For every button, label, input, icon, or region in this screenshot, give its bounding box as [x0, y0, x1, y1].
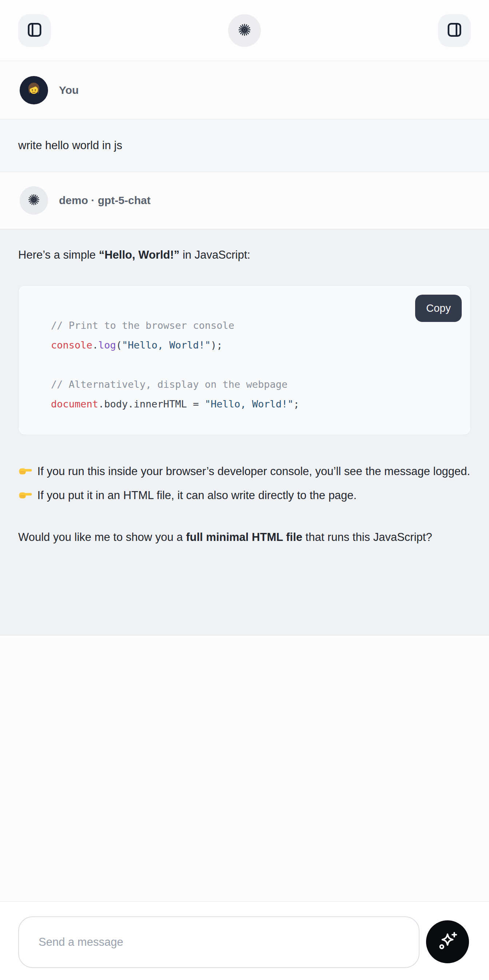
code-line: [51, 355, 463, 375]
code-block: Copy // Print to the browser consolecons…: [18, 285, 471, 435]
user-message-text: write hello world in js: [18, 139, 122, 152]
assistant-avatar: [20, 186, 48, 215]
user-avatar: [20, 76, 48, 104]
code-token-string: "Hello, World!": [122, 339, 211, 351]
text-segment: If you put it in an HTML file, it can al…: [34, 489, 357, 502]
top-bar: [0, 0, 489, 61]
text-segment: that runs this JavaScript?: [303, 531, 432, 544]
code-token-plain: ;: [294, 398, 299, 410]
composer-bar: [0, 901, 489, 980]
code-token-plain: (: [116, 339, 122, 351]
assistant-followup-text: Would you like me to show you a full min…: [18, 525, 471, 549]
model-spinner-button[interactable]: [228, 14, 261, 47]
sidebar-right-icon: [445, 21, 464, 40]
code-content: // Print to the browser consoleconsole.l…: [19, 286, 470, 414]
assistant-message-bubble: Here’s a simple “Hello, World!” in JavaS…: [0, 229, 489, 635]
user-message-bubble: write hello world in js: [0, 119, 489, 172]
sidebar-left-toggle-button[interactable]: [18, 14, 51, 47]
bold-text-segment: full minimal HTML file: [186, 531, 303, 544]
text-segment: If you run this inside your browser’s de…: [34, 465, 470, 477]
person-emoji-icon: [25, 81, 43, 100]
text-segment: Would you like me to show you a: [18, 531, 186, 544]
bold-text-segment: “Hello, World!”: [99, 248, 180, 261]
text-segment: in JavaScript:: [179, 248, 250, 261]
code-token-plain: .: [92, 339, 98, 351]
assistant-notes-text: If you run this inside your browser’s de…: [18, 460, 471, 508]
pointing-right-emoji: [18, 463, 33, 477]
code-token-method: log: [98, 339, 116, 351]
sidebar-right-toggle-button[interactable]: [438, 14, 471, 47]
starburst-spinner-icon: [236, 21, 253, 39]
code-token-builtin: console: [51, 339, 92, 351]
assistant-name-label: demo · gpt-5-chat: [59, 194, 151, 207]
code-token-plain: );: [211, 339, 223, 351]
sparkle-icon: [435, 929, 460, 955]
send-button[interactable]: [426, 920, 469, 963]
copy-code-button[interactable]: Copy: [415, 295, 462, 322]
assistant-intro-text: Here’s a simple “Hello, World!” in JavaS…: [18, 229, 471, 263]
code-line: document.body.innerHTML = "Hello, World!…: [51, 395, 463, 414]
assistant-message-header: demo · gpt-5-chat: [0, 172, 489, 229]
code-token-comment: // Print to the browser console: [51, 320, 234, 331]
user-message-header: You: [0, 62, 489, 119]
pointing-right-emoji: [18, 487, 33, 502]
code-token-plain: .body.innerHTML =: [98, 398, 205, 410]
code-token-builtin: document: [51, 398, 98, 410]
starburst-spinner-icon: [26, 192, 41, 209]
sidebar-left-icon: [25, 21, 44, 40]
user-name-label: You: [59, 84, 79, 96]
text-segment: Here’s a simple: [18, 248, 99, 261]
code-line: console.log("Hello, World!");: [51, 336, 463, 355]
message-input[interactable]: [18, 916, 419, 968]
code-line: // Alternatively, display on the webpage: [51, 375, 463, 395]
code-token-comment: // Alternatively, display on the webpage: [51, 379, 287, 390]
code-line: // Print to the browser console: [51, 316, 463, 336]
code-token-string: "Hello, World!": [205, 398, 294, 410]
